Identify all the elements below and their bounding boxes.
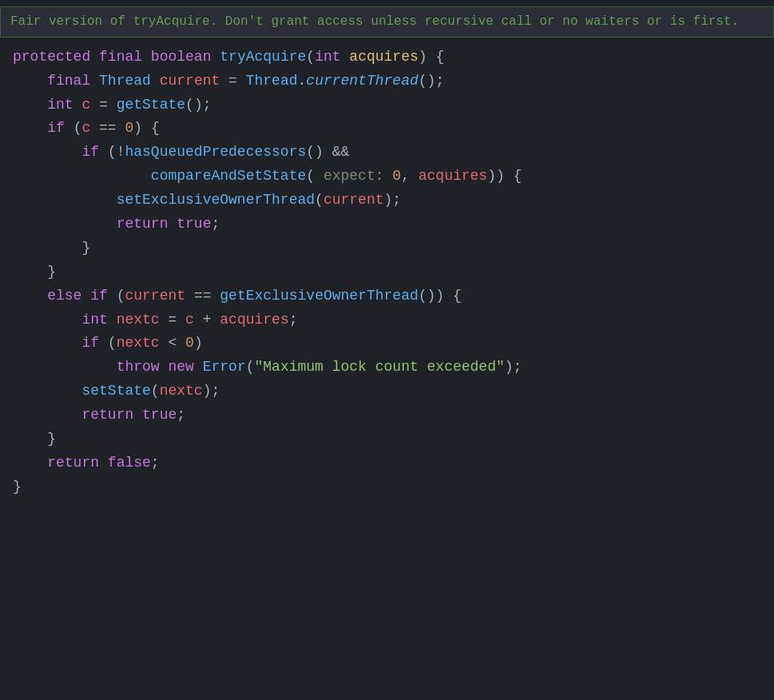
code-line-7: setExclusiveOwnerThread(current); [0, 189, 774, 213]
code-line-15: setState(nextc); [0, 380, 774, 404]
code-line-18: return false; [0, 451, 774, 475]
code-line-9: } [0, 237, 774, 261]
code-line-13: if (nextc < 0) [0, 332, 774, 356]
code-line-4: if (c == 0) { [0, 117, 774, 141]
comment-line: Fair version of tryAcquire. Don't grant … [0, 6, 774, 38]
code-line-1: protected final boolean tryAcquire(int a… [0, 46, 774, 70]
code-line-16: return true; [0, 404, 774, 428]
code-line-12: int nextc = c + acquires; [0, 308, 774, 332]
code-line-17: } [0, 428, 774, 451]
code-editor: Fair version of tryAcquire. Don't grant … [0, 0, 774, 700]
code-line-14: throw new Error("Maximum lock count exce… [0, 356, 774, 380]
code-line-10: } [0, 261, 774, 284]
code-line-19: } [0, 475, 774, 499]
code-line-2: final Thread current = Thread.currentThr… [0, 70, 774, 93]
code-line-6: compareAndSetState( expect: 0, acquires)… [0, 165, 774, 189]
code-line-3: int c = getState(); [0, 93, 774, 117]
code-line-11: else if (current == getExclusiveOwnerThr… [0, 284, 774, 308]
code-line-5: if (!hasQueuedPredecessors() && [0, 141, 774, 165]
code-line-8: return true; [0, 213, 774, 237]
